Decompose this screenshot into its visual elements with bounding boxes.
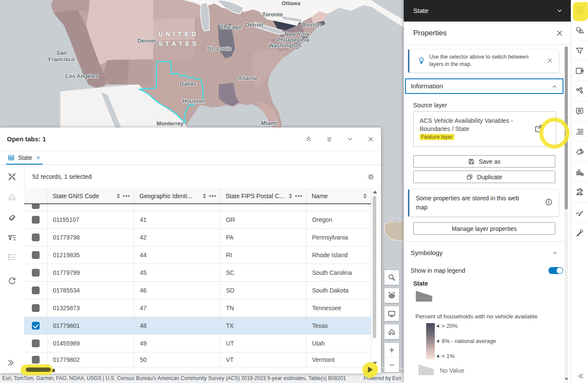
cell-geoid: 44 [134, 246, 220, 264]
sort-icon[interactable] [116, 193, 121, 199]
row-checkbox[interactable] [32, 251, 40, 259]
vertical-scroll-thumb[interactable] [373, 196, 376, 338]
row-checkbox[interactable] [32, 204, 40, 209]
duplicate-label: Duplicate [477, 174, 502, 181]
show-in-legend-toggle[interactable] [548, 267, 563, 274]
toolbar-item-sketch[interactable] [571, 202, 588, 223]
row-checkbox[interactable] [32, 234, 40, 241]
column-menu-icon[interactable]: ••• [207, 193, 217, 199]
toolbar-item-charts[interactable] [571, 162, 588, 182]
duplicate-button[interactable]: Duplicate [413, 171, 555, 183]
save-as-button[interactable]: Save as [413, 155, 555, 168]
column-menu-icon[interactable]: ••• [293, 193, 303, 199]
row-checkbox[interactable] [32, 269, 40, 277]
sort-icon[interactable] [362, 193, 368, 199]
toolbar-item-properties[interactable] [571, 0, 588, 20]
row-checkbox[interactable] [32, 216, 40, 224]
refresh-button[interactable] [7, 276, 17, 286]
cell-gnis: 01155107 [47, 211, 134, 228]
toolbar-item-aggregation[interactable] [571, 81, 588, 101]
cell-name: South Carolina [306, 264, 371, 281]
table-row[interactable]: 01155107 41 OR Oregon [24, 211, 371, 229]
toolbar-item-popups[interactable] [571, 101, 588, 121]
ramp-stop: > 20% [436, 323, 458, 329]
toolbar-item-fields[interactable] [571, 121, 588, 142]
table-row-partial[interactable] [24, 204, 371, 211]
table-row[interactable]: 01219835 44 RI Rhode Island [24, 246, 371, 264]
map-basemap-button[interactable] [384, 288, 399, 303]
select-all-header[interactable] [24, 188, 47, 203]
cell-fips: PA [220, 229, 306, 246]
attribute-grid: State GNIS Code ••• Geographic Identi...… [24, 188, 371, 367]
column-header-geoid[interactable]: Geographic Identi... ••• [134, 188, 220, 203]
close-tab-icon[interactable] [36, 155, 41, 160]
arcgis-map-viewer: UNITED STATES Ottawa Toronto Detroit Chi… [0, 0, 588, 383]
show-fields-button[interactable] [7, 252, 17, 262]
toolbar-item-tools[interactable] [571, 223, 588, 243]
manage-layer-properties-button[interactable]: Manage layer properties [413, 222, 555, 235]
ramp-stop: < 1% [436, 353, 455, 359]
sort-icon[interactable] [288, 193, 293, 199]
table-horizontal-scrollbar[interactable] [24, 367, 371, 374]
filter-by-selection-button[interactable] [7, 234, 17, 243]
symbology-section-header[interactable]: Symbology [411, 249, 443, 256]
panel-scroll-down-arrow[interactable] [565, 378, 568, 380]
toolbar-item-effects[interactable] [571, 61, 588, 81]
close-panel-icon[interactable] [556, 30, 563, 37]
table-row[interactable]: 01325873 47 TN Tennessee [24, 299, 371, 317]
clear-selection-button[interactable] [7, 213, 17, 222]
toolbar-item-styles[interactable] [571, 20, 588, 40]
ramp-stop: 8% - national average [436, 338, 496, 344]
tab-state[interactable]: State [6, 151, 43, 165]
row-checkbox[interactable] [32, 356, 40, 364]
external-link-icon[interactable] [534, 124, 544, 133]
toolbar-item-labels[interactable] [571, 142, 588, 162]
column-header-name[interactable]: Name [306, 188, 371, 203]
row-checkbox[interactable] [32, 286, 40, 294]
toolbar-item-sharing[interactable] [571, 182, 588, 202]
scroll-down-arrow[interactable] [373, 362, 377, 365]
zoom-out-button[interactable]: − [384, 358, 399, 372]
table-row[interactable]: 01779802 50 VT Vermont [24, 352, 371, 367]
close-table-panel-button[interactable] [364, 132, 378, 146]
dismiss-hint-icon[interactable] [547, 58, 553, 63]
information-section-header[interactable]: Information [405, 78, 563, 94]
table-tabbar: State [0, 151, 381, 165]
collapse-toolbar-button[interactable] [571, 369, 588, 383]
layer-selector[interactable]: State [404, 0, 571, 22]
column-menu-icon[interactable]: ••• [121, 193, 130, 199]
table-row[interactable]: 01779798 42 PA Pennsylvania [24, 229, 371, 246]
chevron-up-icon[interactable] [552, 250, 558, 256]
column-header-gnis[interactable]: State GNIS Code ••• [47, 188, 134, 203]
collapse-panel-button[interactable] [343, 132, 357, 146]
info-icon[interactable] [545, 198, 553, 206]
layer-selector-value: State [413, 0, 428, 22]
map-home-button[interactable] [384, 324, 399, 339]
table-row[interactable]: 01455989 49 UT Utah [24, 335, 371, 352]
expand-toolbar-button[interactable] [7, 358, 17, 367]
zoom-to-selection-button[interactable] [7, 172, 17, 181]
cell-name: South Dakota [306, 282, 371, 299]
toolbar-item-filter[interactable] [571, 40, 588, 61]
table-row[interactable]: 01779799 45 SC South Carolina [24, 264, 371, 282]
dock-up-button[interactable] [302, 132, 316, 146]
table-row[interactable]: 01785534 46 SD South Dakota [24, 282, 371, 299]
dock-down-button[interactable] [322, 132, 336, 146]
scroll-right-arrow-over-annotation[interactable] [368, 367, 373, 373]
table-settings-button[interactable] [364, 170, 378, 184]
zoom-in-button[interactable]: + [384, 343, 399, 358]
map-fullscreen-button[interactable] [384, 306, 399, 321]
scroll-thumb-over-annotation[interactable] [26, 367, 51, 372]
home-extent-button[interactable] [7, 192, 17, 202]
table-row-selected[interactable]: 01779801 48 TX Texas [24, 317, 371, 335]
row-checkbox[interactable] [32, 339, 40, 347]
row-checkbox[interactable] [32, 304, 40, 312]
scroll-up-arrow[interactable] [373, 190, 377, 193]
panel-scrollbar-thumb[interactable] [565, 47, 568, 209]
column-header-fips[interactable]: State FIPS Postal C... ••• [220, 188, 306, 203]
cell-geoid: 48 [134, 317, 220, 334]
map-search-button[interactable] [384, 270, 399, 285]
table-vertical-scrollbar[interactable] [371, 188, 378, 367]
row-checkbox-checked[interactable] [32, 322, 40, 330]
sort-icon[interactable] [202, 193, 207, 199]
